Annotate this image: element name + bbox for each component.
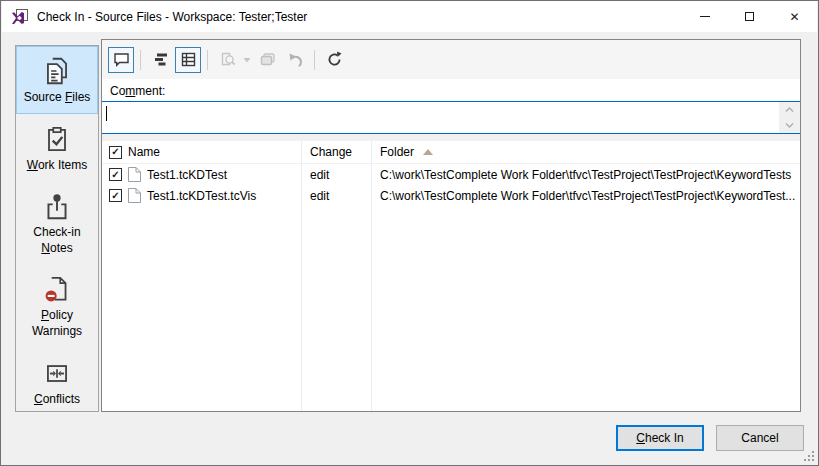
sidebar-item-label: Source Files (24, 90, 91, 106)
shelve-button (254, 47, 280, 73)
sidebar-item-label: Work Items (27, 158, 87, 174)
row-checkbox[interactable]: ✓ (109, 189, 122, 202)
sidebar-item-work-items[interactable]: Work Items (16, 114, 98, 182)
close-icon: ✕ (789, 11, 799, 23)
compare-dropdown-button (242, 47, 252, 73)
maximize-icon (745, 12, 754, 21)
comment-input[interactable] (102, 102, 779, 133)
cancel-button[interactable]: Cancel (716, 425, 804, 451)
sidebar-item-check-in-notes[interactable]: Check-in Notes (16, 181, 98, 264)
policy-warnings-icon (41, 273, 73, 305)
minimize-icon (700, 16, 710, 17)
channel-sidebar: Source Files Work Items Check-in Notes (15, 45, 99, 412)
comment-label: Comment: (110, 84, 165, 98)
undo-button (282, 47, 308, 73)
details-view-button[interactable] (175, 47, 201, 73)
column-header-folder[interactable]: Folder (371, 141, 800, 163)
column-label: Change (310, 145, 352, 159)
sidebar-item-source-files[interactable]: Source Files (16, 46, 98, 114)
folder-path: C:\work\TestComplete Work Folder\tfvc\Te… (371, 168, 800, 182)
resize-grip[interactable] (804, 451, 814, 461)
flat-view-icon (151, 50, 170, 69)
title-bar: Check In - Source Files - Workspace: Tes… (2, 1, 817, 32)
toolbar-separator (314, 50, 315, 70)
change-type: edit (301, 189, 371, 203)
toolbar-separator (207, 50, 208, 70)
table-header-row: ✓ Name Change Folder (102, 141, 800, 164)
refresh-icon (325, 50, 344, 69)
comment-section: Comment: (102, 79, 800, 101)
details-view-icon (179, 50, 198, 69)
change-type: edit (301, 168, 371, 182)
column-label: Folder (380, 145, 414, 159)
shelve-icon (258, 50, 277, 69)
toggle-comment-button[interactable] (108, 47, 134, 73)
column-label: Name (128, 145, 160, 159)
sidebar-item-label: Check-in Notes (19, 225, 95, 256)
sidebar-item-label: Conflicts (34, 392, 80, 408)
row-checkbox[interactable]: ✓ (109, 168, 122, 181)
scroll-down-button[interactable] (779, 118, 800, 133)
compare-button (214, 47, 240, 73)
conflicts-icon (41, 357, 73, 389)
comment-scrollbar[interactable] (779, 102, 800, 133)
work-items-icon (41, 123, 73, 155)
chevron-up-icon (785, 107, 794, 112)
sidebar-item-conflicts[interactable]: Conflicts (16, 348, 98, 416)
file-name: Test1.tcKDTest (147, 168, 227, 182)
check-in-notes-icon (41, 190, 73, 222)
compare-icon (218, 50, 237, 69)
sidebar-item-policy-warnings[interactable]: Policy Warnings (16, 264, 98, 347)
separator-strip (102, 134, 800, 141)
comment-box (102, 101, 800, 134)
sidebar-item-label: Policy Warnings (19, 308, 95, 339)
select-all-checkbox[interactable]: ✓ (109, 146, 122, 159)
refresh-button[interactable] (321, 47, 347, 73)
minimize-button[interactable] (682, 1, 727, 32)
column-header-name[interactable]: ✓ Name (102, 141, 301, 163)
toolbar-separator (140, 50, 141, 70)
table-row[interactable]: ✓ Test1.tcKDTest edit C:\work\TestComple… (102, 164, 800, 185)
check-in-button[interactable]: Check In (616, 425, 704, 451)
source-files-panel: Comment: (101, 39, 801, 412)
sort-ascending-icon (423, 149, 433, 155)
maximize-button[interactable] (727, 1, 772, 32)
pending-changes-toolbar (102, 40, 800, 79)
file-icon (128, 188, 141, 203)
scroll-up-button[interactable] (779, 102, 800, 117)
source-files-icon (41, 55, 73, 87)
check-in-dialog: Check In - Source Files - Workspace: Tes… (0, 0, 819, 466)
visual-studio-logo-icon (11, 9, 28, 25)
close-button[interactable]: ✕ (772, 1, 817, 32)
folder-path: C:\work\TestComplete Work Folder\tfvc\Te… (371, 189, 800, 203)
compare-dropdown-caret (243, 57, 251, 63)
flat-view-button[interactable] (147, 47, 173, 73)
table-row[interactable]: ✓ Test1.tcKDTest.tcVis edit C:\work\Test… (102, 185, 800, 206)
included-changes-table: ✓ Name Change Folder ✓ (102, 141, 800, 411)
file-icon (128, 167, 141, 182)
text-cursor (106, 106, 107, 121)
window-title: Check In - Source Files - Workspace: Tes… (37, 10, 307, 24)
file-name: Test1.tcKDTest.tcVis (147, 189, 256, 203)
column-header-change[interactable]: Change (301, 141, 371, 163)
chevron-down-icon (785, 123, 794, 128)
undo-icon (286, 50, 305, 69)
comment-bubble-icon (112, 50, 131, 69)
